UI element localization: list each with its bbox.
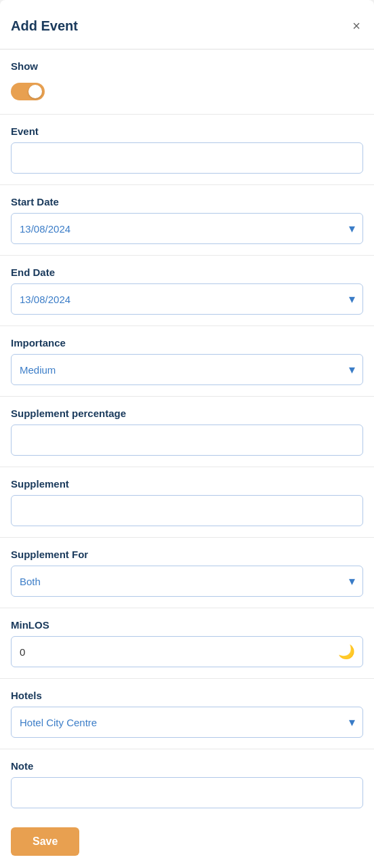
add-event-modal: Add Event × Show Event Start Date 13/08/… [0, 0, 374, 868]
minlos-input[interactable] [11, 636, 363, 667]
supplement-for-section: Supplement For Both Adult Child ▾ [11, 538, 363, 602]
supplement-pct-label: Supplement percentage [11, 408, 363, 419]
minlos-input-wrapper: 🌙 [11, 636, 363, 667]
start-date-section: Start Date 13/08/2024 ▾ [11, 185, 363, 250]
event-section: Event [11, 115, 363, 179]
note-label: Note [11, 760, 363, 772]
supplement-for-select[interactable]: Both Adult Child [11, 566, 363, 597]
note-input[interactable] [11, 777, 363, 808]
end-date-label: End Date [11, 267, 363, 278]
note-section: Note [11, 749, 363, 814]
minlos-section: MinLOS 🌙 [11, 608, 363, 673]
minlos-label: MinLOS [11, 619, 363, 631]
supplement-label: Supplement [11, 478, 363, 490]
hotels-section: Hotels Hotel City Centre ▾ [11, 679, 363, 743]
supplement-pct-input[interactable] [11, 425, 363, 456]
supplement-pct-section: Supplement percentage [11, 397, 363, 461]
show-label: Show [11, 60, 363, 72]
start-date-select[interactable]: 13/08/2024 [11, 213, 363, 244]
hotels-wrapper: Hotel City Centre ▾ [11, 707, 363, 738]
supplement-input[interactable] [11, 495, 363, 526]
start-date-label: Start Date [11, 196, 363, 208]
hotels-label: Hotels [11, 690, 363, 701]
start-date-wrapper: 13/08/2024 ▾ [11, 213, 363, 244]
event-label: Event [11, 125, 363, 137]
show-toggle-label[interactable] [11, 83, 45, 100]
save-button[interactable]: Save [11, 827, 79, 856]
end-date-section: End Date 13/08/2024 ▾ [11, 256, 363, 320]
modal-header: Add Event × [11, 16, 363, 35]
supplement-section: Supplement [11, 467, 363, 532]
toggle-wrapper [11, 77, 363, 103]
show-section: Show [11, 50, 363, 108]
hotels-select[interactable]: Hotel City Centre [11, 707, 363, 738]
importance-label: Importance [11, 337, 363, 349]
importance-wrapper: Low Medium High ▾ [11, 354, 363, 385]
supplement-for-label: Supplement For [11, 549, 363, 560]
close-button[interactable]: × [350, 16, 363, 35]
end-date-wrapper: 13/08/2024 ▾ [11, 283, 363, 315]
importance-section: Importance Low Medium High ▾ [11, 326, 363, 391]
supplement-for-wrapper: Both Adult Child ▾ [11, 566, 363, 597]
end-date-select[interactable]: 13/08/2024 [11, 283, 363, 315]
modal-title: Add Event [11, 18, 78, 34]
event-input[interactable] [11, 142, 363, 174]
importance-select[interactable]: Low Medium High [11, 354, 363, 385]
